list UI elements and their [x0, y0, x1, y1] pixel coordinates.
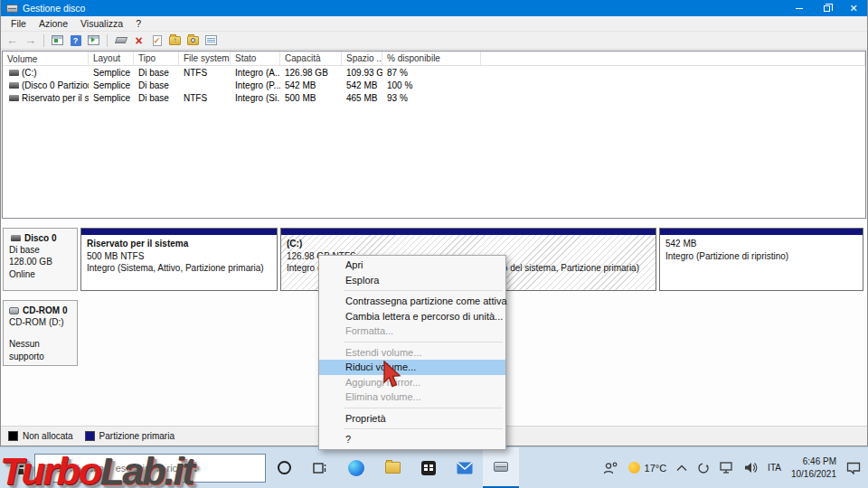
cortana-icon — [278, 461, 291, 474]
date-label: 10/16/2021 — [791, 468, 836, 481]
start-button[interactable] — [0, 447, 34, 488]
back-icon[interactable]: ← — [5, 33, 20, 48]
cell-layout: Semplice — [89, 80, 134, 90]
column-capacita[interactable]: Capacità — [280, 52, 342, 65]
help-icon[interactable]: ? — [68, 33, 83, 48]
volume-table-header: Volume Layout Tipo File system Stato Cap… — [3, 52, 865, 66]
column-filesystem[interactable]: File system — [179, 52, 231, 65]
close-icon: ✕ — [849, 4, 857, 14]
explore-folder-icon[interactable] — [185, 33, 201, 48]
volume-icon — [9, 70, 19, 76]
cell-layout: Semplice — [89, 68, 134, 78]
menu-item-contrassegna-attiva[interactable]: Contrassegna partizione come attiva — [319, 294, 505, 309]
cell-disponibile: 93 % — [382, 93, 481, 103]
menu-item-riduci-volume[interactable]: Riduci volume... — [319, 360, 505, 375]
disk0-status: Online — [9, 268, 73, 280]
cell-spazio: 109.93 GB — [342, 68, 382, 78]
cdrom-label-panel[interactable]: CD-ROM 0 CD-ROM (D:) Nessun supporto — [3, 300, 78, 366]
action-pane-icon[interactable] — [86, 33, 101, 48]
disk-management-app-icon — [6, 5, 18, 13]
mark-active-icon[interactable]: ✓ — [149, 33, 165, 48]
menu-item-apri[interactable]: Apri — [319, 258, 505, 273]
cell-tipo: Di base — [134, 68, 179, 78]
column-layout[interactable]: Layout — [89, 52, 134, 65]
column-spazio[interactable]: Spazio ... — [342, 52, 382, 65]
menu-azione[interactable]: Azione — [33, 17, 74, 30]
open-folder-icon[interactable]: ↑ — [167, 33, 183, 48]
volume-icon[interactable] — [744, 462, 758, 474]
disk0-size: 128.00 GB — [9, 256, 73, 267]
primary-partition-strip — [81, 229, 277, 235]
table-row[interactable]: Riservato per il sis... Semplice Di base… — [3, 91, 865, 104]
cell-volume: Riservato per il sis... — [22, 93, 89, 103]
properties-icon[interactable] — [203, 33, 219, 48]
menu-item-cambia-lettera[interactable]: Cambia lettera e percorso di unità... — [319, 309, 505, 324]
clock[interactable]: 6:46 PM 10/16/2021 — [791, 455, 836, 480]
file-explorer-button[interactable] — [374, 447, 410, 488]
table-row[interactable]: (Disco 0 Partizion... Semplice Di base I… — [3, 79, 865, 91]
system-tray: 17°C ITA 6:46 PM 10/16/2021 — [603, 447, 868, 488]
toolbar-separator — [43, 34, 44, 47]
cell-spazio: 465 MB — [342, 93, 382, 103]
edge-button[interactable] — [338, 447, 374, 488]
weather-widget[interactable]: 17°C — [628, 462, 667, 474]
menu-item-esplora[interactable]: Esplora — [319, 273, 505, 288]
partition-size: 542 MB — [665, 238, 857, 250]
cortana-button[interactable] — [266, 447, 302, 488]
disk-management-icon — [494, 462, 508, 472]
menu-visualizza[interactable]: Visualizza — [74, 17, 129, 30]
cell-filesystem: NTFS — [179, 93, 231, 103]
temperature-label: 17°C — [645, 463, 667, 474]
menu-separator — [344, 408, 503, 408]
mail-button[interactable] — [447, 447, 483, 488]
legend-label: Partizione primaria — [99, 431, 175, 441]
popup-menu-icon[interactable] — [113, 33, 128, 48]
people-icon[interactable] — [603, 462, 618, 474]
language-indicator[interactable]: ITA — [768, 463, 781, 473]
primary-partition-swatch — [85, 431, 95, 441]
partition-recovery[interactable]: 542 MB Integro (Partizione di ripristino… — [659, 228, 863, 291]
menu-help[interactable]: ? — [129, 17, 147, 30]
cell-volume: (C:) — [22, 68, 37, 78]
menu-separator — [344, 342, 503, 343]
network-icon[interactable] — [720, 462, 734, 474]
forward-icon[interactable]: → — [23, 33, 38, 48]
minimize-button[interactable] — [786, 0, 813, 16]
store-button[interactable] — [410, 447, 447, 488]
toolbar-separator — [107, 34, 108, 47]
action-center-icon[interactable] — [846, 462, 861, 474]
table-row[interactable]: (C:) Semplice Di base NTFS Integro (A...… — [3, 66, 865, 79]
cell-stato: Integro (A... — [231, 68, 280, 78]
task-view-button[interactable] — [302, 447, 338, 488]
delete-icon[interactable]: × — [131, 33, 146, 48]
sync-icon[interactable] — [697, 462, 710, 474]
column-tipo[interactable]: Tipo — [134, 52, 179, 65]
menu-file[interactable]: File — [5, 17, 33, 30]
restore-button[interactable] — [813, 0, 840, 16]
hidden-icons-chevron-icon[interactable] — [676, 465, 687, 472]
disk0-type: Di base — [9, 244, 73, 256]
taskbar-search[interactable] — [34, 454, 266, 483]
search-input[interactable] — [55, 463, 236, 474]
file-explorer-icon — [385, 462, 401, 474]
cell-disponibile: 100 % — [382, 80, 481, 90]
partition-system-reserved[interactable]: Riservato per il sistema 500 MB NTFS Int… — [80, 228, 278, 291]
volume-icon — [9, 95, 19, 101]
column-disponibile[interactable]: % disponibile — [382, 52, 481, 65]
screen: Gestione disco ✕ File Azione Visualizza … — [0, 0, 868, 488]
disk0-label-panel[interactable]: Disco 0 Di base 128.00 GB Online — [3, 228, 78, 291]
console-tree-icon[interactable] — [50, 33, 65, 48]
menu-item-proprieta[interactable]: Proprietà — [319, 411, 505, 427]
disk-management-taskbar-button[interactable] — [483, 447, 519, 488]
titlebar[interactable]: Gestione disco ✕ — [1, 0, 867, 16]
legend-primary-partition: Partizione primaria — [85, 431, 175, 441]
cdrom-icon — [9, 307, 19, 314]
volume-list-pane: Volume Layout Tipo File system Stato Cap… — [2, 51, 866, 219]
close-button[interactable]: ✕ — [840, 0, 867, 16]
menu-item-aggiungi-mirror: Aggiungi mirror... — [319, 375, 505, 390]
menu-item-help[interactable]: ? — [319, 432, 505, 447]
column-volume[interactable]: Volume — [3, 52, 89, 65]
cell-capacita: 542 MB — [280, 80, 342, 90]
mail-icon — [457, 462, 473, 474]
column-stato[interactable]: Stato — [231, 52, 280, 65]
